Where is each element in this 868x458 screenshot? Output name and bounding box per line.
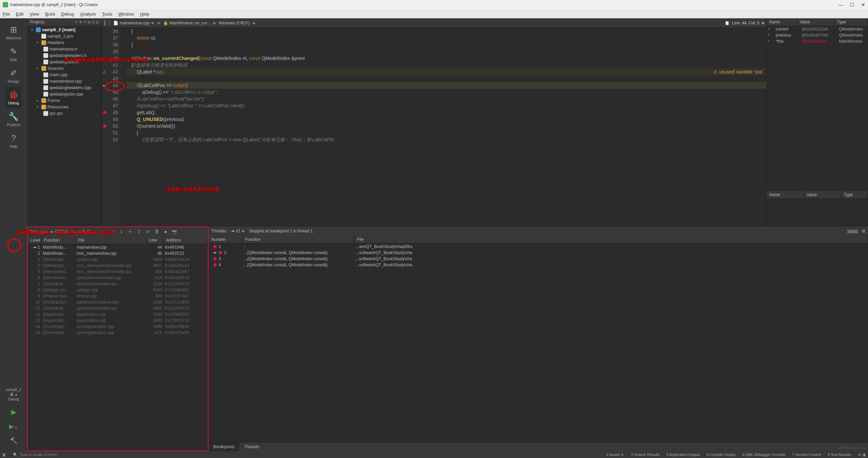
symbol-selector[interactable]: 🔒 MainWindow::on_cur… ≑ — [163, 21, 216, 25]
watch-col-type[interactable]: Type — [841, 191, 868, 199]
menu-help[interactable]: Help — [140, 12, 149, 17]
project-tree[interactable]: ▾samp6_2 [main] samp6_2.pro ▾Headers mai… — [27, 26, 101, 226]
breakpoints-list[interactable]: 1-...are\QT_Book\Study\chap05\s➡ 2...(QM… — [209, 244, 868, 442]
status-issues[interactable]: 1 Issues ① — [606, 453, 624, 457]
locate-input[interactable]: 🔍 Type to locate (Ctrl+K) — [13, 453, 57, 457]
tab-breakpoints[interactable]: Breakpoints — [209, 442, 239, 451]
status-appout[interactable]: 3 Application Output — [666, 453, 699, 457]
mode-help[interactable]: ?Help — [6, 130, 21, 152]
locals-col-type[interactable]: Type — [834, 18, 868, 26]
debugger-label[interactable]: Debugger — [30, 229, 48, 234]
nav-back[interactable]: ⟨ — [104, 20, 106, 26]
run-button[interactable]: ▶ — [0, 404, 27, 419]
file-tab[interactable]: 📄 mainwindow.cpp ≑ — [113, 21, 154, 25]
status-vcs[interactable]: 7 Version Control — [792, 453, 821, 457]
title-bar: mainwindow.cpp @ samp6_2 [main] - Qt Cre… — [0, 0, 868, 9]
views-menu[interactable]: ⊞ — [862, 229, 865, 233]
debug-run-button[interactable]: ▶🐞 — [0, 419, 27, 434]
stop-button[interactable]: ■ — [109, 228, 116, 235]
menu-build[interactable]: Build — [45, 12, 55, 17]
thread-selector[interactable]: ➡ #1 ≑ — [231, 229, 245, 233]
breakpoints-panel: Threads: ➡ #1 ≑ Stopped at breakpoint 2 … — [209, 226, 868, 451]
stack-panel: Debugger ≑ GDB for "samp6_2" ≑ ▶ ■ ⤵ ⤷ ⤴… — [27, 226, 209, 451]
watch-col-value[interactable]: Value — [804, 191, 841, 199]
tab-threads[interactable]: Threads — [239, 442, 264, 451]
mode-welcome[interactable]: ⊞Welcome — [6, 22, 21, 43]
menu-analyze[interactable]: Analyze — [80, 12, 96, 17]
maximize-button[interactable]: ☐ — [850, 2, 854, 7]
menu-tools[interactable]: Tools — [102, 12, 112, 17]
status-qml[interactable]: 5 QML Debugger Console — [742, 453, 785, 457]
mode-edit[interactable]: ✎Edit — [6, 43, 21, 65]
minimize-button[interactable]: — — [839, 2, 843, 7]
locals-col-name[interactable]: Name — [767, 18, 797, 26]
menu-bar: File Edit View Build Debug Analyze Tools… — [0, 9, 868, 18]
mode-bar: ⊞Welcome✎Edit✐Design🐞Debug🔧Projects?Help… — [0, 18, 27, 451]
mode-projects[interactable]: 🔧Projects — [6, 108, 21, 130]
mode-design[interactable]: ✐Design — [6, 65, 21, 87]
status-tests[interactable]: 8 Test Results — [828, 453, 851, 457]
code-editor[interactable]: 3637383940414243444546474849505152 { del… — [102, 28, 766, 226]
target-selector[interactable]: samp6_2 🖥 ▸ Debug — [0, 384, 27, 404]
snapshot-button[interactable]: 📷 — [171, 228, 178, 235]
debugger-target[interactable]: GDB for "samp6_2" — [55, 229, 91, 234]
watermark: CSDN@scx_link — [838, 445, 865, 450]
watch-list[interactable] — [767, 199, 868, 226]
restart-button[interactable]: ⟳ — [144, 228, 151, 235]
app-icon — [3, 2, 8, 7]
stack-list[interactable]: 1MainWindo...mainwindow.cpp440x40194b2Ma… — [28, 244, 208, 451]
step-into-button[interactable]: ⤷ — [127, 228, 134, 235]
sidebar-toggle[interactable]: ◧ — [3, 453, 6, 457]
cursor-position: Line: 44, Col: 5 — [732, 21, 760, 25]
project-tools[interactable]: ≑ ▼ ⟳ ⊞ ⊟ ⊞ — [75, 20, 99, 24]
editor-area: ⟨ ⟩ 📄 mainwindow.cpp ≑ ✕ 🔒 MainWindow::o… — [102, 18, 766, 226]
continue-button[interactable]: ▶ — [100, 228, 107, 235]
instruction-button[interactable]: ☰ — [153, 228, 160, 235]
status-bar: ◧ 🔍 Type to locate (Ctrl+K) 1 Issues ① 2… — [0, 451, 868, 458]
encoding[interactable]: Windows (CRLF) — [219, 21, 250, 25]
locals-panel: Name Value Type ▸current@0x244220e8QMode… — [766, 18, 868, 226]
step-out-button[interactable]: ⤴ — [136, 228, 142, 235]
locals-col-value[interactable]: Value — [797, 18, 834, 26]
status-compile[interactable]: 4 Compile Output — [707, 453, 736, 457]
menu-window[interactable]: Window — [118, 12, 134, 17]
menu-view[interactable]: View — [29, 12, 39, 17]
output-toggle[interactable]: ≑ ◨ — [858, 453, 865, 457]
menu-file[interactable]: File — [3, 12, 10, 17]
projects-title: Projects — [30, 20, 44, 24]
mode-debug[interactable]: 🐞Debug — [6, 87, 21, 108]
locals-list[interactable]: ▸current@0x244220e8QModelIndex▸previous@… — [767, 26, 868, 191]
projects-panel: Projects ≑ ▼ ⟳ ⊞ ⊟ ⊞ ▾samp6_2 [main] sam… — [27, 18, 102, 226]
menu-edit[interactable]: Edit — [16, 12, 23, 17]
step-over-button[interactable]: ⤵ — [118, 228, 125, 235]
watch-col-name[interactable]: Name — [767, 191, 804, 199]
menu-debug[interactable]: Debug — [61, 12, 74, 17]
window-title: mainwindow.cpp @ samp6_2 [main] - Qt Cre… — [10, 2, 98, 7]
views-button[interactable]: Views — [847, 229, 858, 233]
build-button[interactable]: 🔨 — [0, 434, 27, 448]
debug-status: Stopped at breakpoint 2 in thread 1. — [249, 229, 314, 233]
status-search[interactable]: 2 Search Results — [631, 453, 659, 457]
record-button[interactable]: ● — [162, 228, 169, 235]
close-file[interactable]: ✕ — [157, 21, 160, 25]
nav-forward[interactable]: ⟩ — [108, 20, 111, 26]
close-button[interactable]: ✕ — [861, 2, 865, 7]
